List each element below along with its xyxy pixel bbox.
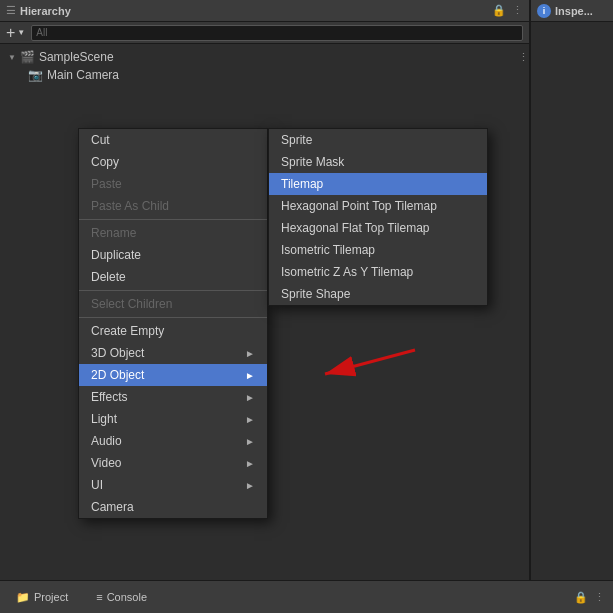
red-arrow-indicator bbox=[295, 330, 425, 390]
project-label: Project bbox=[34, 591, 68, 603]
bottom-lock-icon[interactable]: 🔒 bbox=[574, 591, 588, 604]
tab-project[interactable]: 📁 Project bbox=[8, 587, 76, 608]
submenu-item-sprite-shape[interactable]: Sprite Shape bbox=[269, 283, 487, 305]
hierarchy-icon: ☰ bbox=[6, 4, 16, 17]
menu-item-light[interactable]: Light ► bbox=[79, 408, 267, 430]
inspector-panel: i Inspe... bbox=[530, 0, 613, 580]
scene-name-label: SampleScene bbox=[39, 50, 114, 64]
add-button[interactable]: + ▼ bbox=[6, 24, 25, 42]
menu-item-delete[interactable]: Delete bbox=[79, 266, 267, 288]
submenu-item-hex-flat[interactable]: Hexagonal Flat Top Tilemap bbox=[269, 217, 487, 239]
context-menu: Cut Copy Paste Paste As Child Rename Dup… bbox=[78, 128, 268, 519]
submenu-2d-object: Sprite Sprite Mask Tilemap Hexagonal Poi… bbox=[268, 128, 488, 306]
submenu-arrow-ui: ► bbox=[245, 480, 255, 491]
plus-icon: + bbox=[6, 24, 15, 42]
inspector-title: Inspe... bbox=[555, 5, 593, 17]
lock-icon[interactable]: 🔒 bbox=[492, 4, 506, 17]
camera-name-label: Main Camera bbox=[47, 68, 119, 82]
menu-item-3d-object[interactable]: 3D Object ► bbox=[79, 342, 267, 364]
info-icon: i bbox=[537, 4, 551, 18]
submenu-item-hex-point[interactable]: Hexagonal Point Top Tilemap bbox=[269, 195, 487, 217]
submenu-arrow-effects: ► bbox=[245, 392, 255, 403]
scene-item-samplescene[interactable]: ▼ 🎬 SampleScene ⋮ bbox=[0, 48, 529, 66]
scene-unity-icon: 🎬 bbox=[20, 50, 35, 64]
hierarchy-header-icons: 🔒 ⋮ bbox=[492, 4, 523, 17]
menu-item-2d-object[interactable]: 2D Object ► bbox=[79, 364, 267, 386]
inspector-header: i Inspe... bbox=[531, 0, 613, 22]
separator-1 bbox=[79, 219, 267, 220]
hierarchy-title: Hierarchy bbox=[20, 5, 71, 17]
submenu-item-isometric[interactable]: Isometric Tilemap bbox=[269, 239, 487, 261]
project-icon: 📁 bbox=[16, 591, 30, 604]
hierarchy-header: ☰ Hierarchy 🔒 ⋮ bbox=[0, 0, 529, 22]
submenu-arrow-3d: ► bbox=[245, 348, 255, 359]
menu-item-copy[interactable]: Copy bbox=[79, 151, 267, 173]
menu-item-camera[interactable]: Camera bbox=[79, 496, 267, 518]
menu-item-duplicate[interactable]: Duplicate bbox=[79, 244, 267, 266]
menu-item-cut[interactable]: Cut bbox=[79, 129, 267, 151]
menu-item-ui[interactable]: UI ► bbox=[79, 474, 267, 496]
tab-console[interactable]: ≡ Console bbox=[88, 587, 155, 607]
console-icon: ≡ bbox=[96, 591, 102, 603]
menu-item-paste: Paste bbox=[79, 173, 267, 195]
bottom-more-icon[interactable]: ⋮ bbox=[594, 591, 605, 604]
submenu-item-sprite-mask[interactable]: Sprite Mask bbox=[269, 151, 487, 173]
svg-line-1 bbox=[325, 350, 415, 374]
menu-item-rename: Rename bbox=[79, 222, 267, 244]
more-icon[interactable]: ⋮ bbox=[512, 4, 523, 17]
bottom-bar: 📁 Project ≡ Console 🔒 ⋮ bbox=[0, 580, 613, 613]
search-box[interactable]: All bbox=[31, 25, 523, 41]
menu-item-video[interactable]: Video ► bbox=[79, 452, 267, 474]
menu-item-select-children: Select Children bbox=[79, 293, 267, 315]
console-label: Console bbox=[107, 591, 147, 603]
search-placeholder: All bbox=[36, 27, 47, 38]
menu-item-create-empty[interactable]: Create Empty bbox=[79, 320, 267, 342]
scene-more-icon[interactable]: ⋮ bbox=[518, 51, 529, 64]
separator-3 bbox=[79, 317, 267, 318]
submenu-arrow-2d: ► bbox=[245, 370, 255, 381]
submenu-item-sprite[interactable]: Sprite bbox=[269, 129, 487, 151]
submenu-item-isometric-z[interactable]: Isometric Z As Y Tilemap bbox=[269, 261, 487, 283]
bottom-bar-icons: 🔒 ⋮ bbox=[574, 591, 605, 604]
submenu-arrow-video: ► bbox=[245, 458, 255, 469]
scene-item-maincamera[interactable]: 📷 Main Camera bbox=[0, 66, 529, 84]
menu-item-effects[interactable]: Effects ► bbox=[79, 386, 267, 408]
submenu-arrow-light: ► bbox=[245, 414, 255, 425]
expand-icon: ▼ bbox=[8, 53, 16, 62]
scene-area: ▼ 🎬 SampleScene ⋮ 📷 Main Camera bbox=[0, 44, 529, 88]
dropdown-arrow-icon: ▼ bbox=[17, 28, 25, 37]
hierarchy-toolbar: + ▼ All bbox=[0, 22, 529, 44]
separator-2 bbox=[79, 290, 267, 291]
camera-icon: 📷 bbox=[28, 68, 43, 82]
menu-item-paste-as-child: Paste As Child bbox=[79, 195, 267, 217]
submenu-item-tilemap[interactable]: Tilemap bbox=[269, 173, 487, 195]
submenu-arrow-audio: ► bbox=[245, 436, 255, 447]
menu-item-audio[interactable]: Audio ► bbox=[79, 430, 267, 452]
